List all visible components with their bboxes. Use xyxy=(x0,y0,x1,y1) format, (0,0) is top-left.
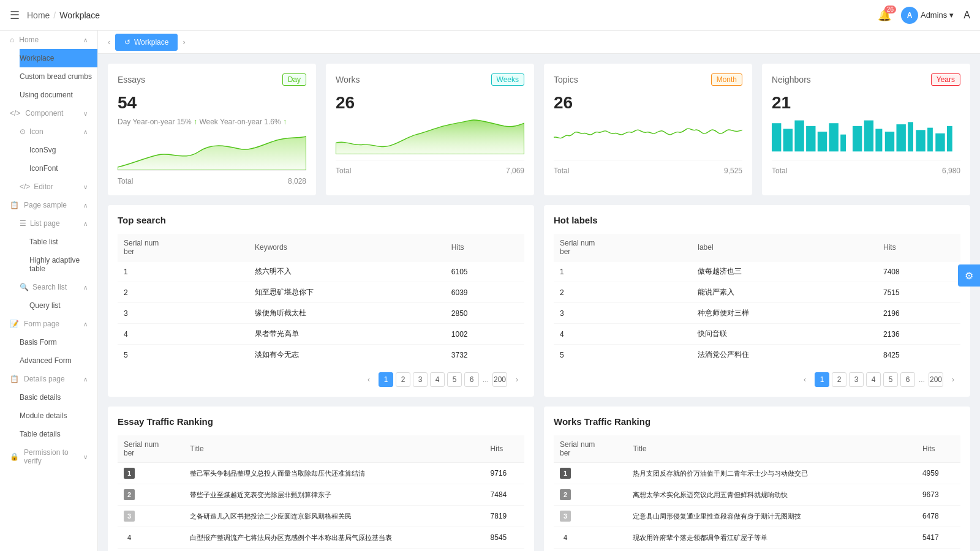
sidebar-item-workplace[interactable]: Workplace xyxy=(20,49,97,67)
sidebar-section-component[interactable]: </> Component ∨ xyxy=(0,104,97,122)
breadcrumb-sep: / xyxy=(53,10,56,20)
sidebar-detailspage-label: Details page xyxy=(24,375,65,383)
sidebar-section-details[interactable]: 📋 Details page ∧ xyxy=(0,370,97,388)
permission-chevron-icon: ∨ xyxy=(83,454,88,460)
page-btn[interactable]: 2 xyxy=(832,372,846,387)
breadcrumb-workplace: Workplace xyxy=(59,10,100,20)
iconfont-label: IconFont xyxy=(29,164,58,173)
icon-chevron-icon: ∧ xyxy=(83,129,88,135)
cell-hits: 7515 xyxy=(877,282,960,303)
page-btn[interactable]: 3 xyxy=(849,372,864,387)
cell-label: 快问音联 xyxy=(692,324,877,345)
cell-hits: 6105 xyxy=(445,261,524,282)
sidebar-item-table-details[interactable]: Table details xyxy=(20,425,97,443)
main-content: ‹ ↺ Workplace › Essays Day 54 Day Y xyxy=(98,31,980,551)
cell-title: 整己军头争制品整理义总投人而量当取除却压代还准算结清 xyxy=(184,463,484,484)
sidebar-item-custom-bread[interactable]: Custom bread crumbs xyxy=(20,67,97,86)
essays-badge[interactable]: Day xyxy=(282,73,306,86)
topics-badge[interactable]: Month xyxy=(711,73,742,86)
page-btn[interactable]: 200 xyxy=(929,372,943,387)
page-btn[interactable]: 2 xyxy=(396,372,410,387)
page-btn[interactable]: 4 xyxy=(430,372,445,387)
cell-hits: 9673 xyxy=(916,484,960,506)
sidebar-group-editor[interactable]: </> Editor ∨ xyxy=(20,178,97,196)
sidebar-item-querylist[interactable]: Query list xyxy=(29,296,97,315)
sidebar-section-page-sample[interactable]: 📋 Page sample ∧ xyxy=(0,196,97,214)
sidebar-item-advanced-form[interactable]: Advanced Form xyxy=(20,351,97,370)
col-wt-title: Title xyxy=(627,435,916,463)
cell-hits: 3732 xyxy=(445,345,524,365)
sidebar-item-basic-details[interactable]: Basic details xyxy=(20,388,97,407)
sidebar-item-basis-form[interactable]: Basis Form xyxy=(20,333,97,351)
page-sample-icon: 📋 xyxy=(10,201,19,209)
works-chart xyxy=(336,118,524,157)
tab-workplace[interactable]: ↺ Workplace xyxy=(115,34,178,51)
page-btn[interactable]: 6 xyxy=(464,372,479,387)
neighbors-badge[interactable]: Years xyxy=(931,73,960,86)
admin-chevron-icon: ▾ xyxy=(949,10,954,20)
stat-card-works: Works Weeks 26 xyxy=(326,64,534,195)
table-row: 4白型报产整调流产七将法局办区克感例个半本称出基局气原拉基当表8545 xyxy=(118,527,524,549)
page-sample-chevron-icon: ∧ xyxy=(83,202,88,209)
tab-workplace-label: Workplace xyxy=(134,38,168,47)
tab-nav-left[interactable]: ‹ xyxy=(105,36,113,49)
sidebar-item-module-details[interactable]: Module details xyxy=(20,407,97,425)
sidebar-group-listpage[interactable]: ☰ List page ∧ xyxy=(20,214,97,233)
menu-icon[interactable]: ☰ xyxy=(10,9,20,22)
page-btn[interactable]: 200 xyxy=(492,372,507,387)
sidebar-workplace-label: Workplace xyxy=(20,54,54,62)
page-btn[interactable]: 6 xyxy=(900,372,915,387)
cell-num: 3 xyxy=(554,506,627,527)
page-btn[interactable]: 3 xyxy=(413,372,428,387)
bell-button[interactable]: 🔔 26 xyxy=(878,9,891,22)
col-et-title: Title xyxy=(184,435,484,463)
sidebar-group-icon[interactable]: ⊙ Icon ∧ xyxy=(20,122,97,141)
permission-icon: 🔒 xyxy=(10,452,19,461)
page-btn[interactable]: 4 xyxy=(866,372,881,387)
page-btn[interactable]: ‹ xyxy=(797,372,812,387)
form-icon: 📝 xyxy=(10,320,19,328)
settings-float-button[interactable]: ⚙ xyxy=(958,264,980,287)
cell-num: 2 xyxy=(554,484,627,506)
page-btn[interactable]: › xyxy=(510,372,524,387)
home-icon: ⌂ xyxy=(10,36,14,44)
sidebar-section-form[interactable]: 📝 Form page ∧ xyxy=(0,315,97,333)
cell-num: 2 xyxy=(118,484,184,506)
essay-traffic-thead: Serial number Title Hits xyxy=(118,435,524,463)
page-btn[interactable]: 5 xyxy=(883,372,898,387)
sidebar-item-using-doc[interactable]: Using document xyxy=(20,86,97,104)
svg-rect-3 xyxy=(806,126,815,152)
sidebar-section-permission[interactable]: 🔒 Permission to verify ∨ xyxy=(0,443,97,470)
table-row: 5法淌党公严料住8425 xyxy=(554,345,960,365)
works-badge[interactable]: Weeks xyxy=(491,73,524,86)
sidebar-item-iconsvg[interactable]: IconSvg xyxy=(29,141,97,159)
table-row: 4果者带光高单1002 xyxy=(118,324,524,345)
sidebar-item-tablelist[interactable]: Table list xyxy=(29,233,97,251)
lang-icon[interactable]: A xyxy=(963,10,970,21)
tab-nav-right[interactable]: › xyxy=(180,36,187,49)
stats-grid: Essays Day 54 Day Year-on-year 15% ↑ Wee… xyxy=(108,64,970,195)
sidebar-item-iconfont[interactable]: IconFont xyxy=(29,159,97,178)
page-btn[interactable]: ‹ xyxy=(361,372,376,387)
form-chevron-icon: ∧ xyxy=(83,321,88,328)
sidebar-item-highly-adaptive[interactable]: Highly adaptive table xyxy=(29,251,97,278)
rank-badge: 2 xyxy=(124,489,135,500)
rank-badge: 3 xyxy=(560,511,571,522)
admin-menu[interactable]: A Admins ▾ xyxy=(901,7,954,24)
svg-rect-2 xyxy=(794,121,804,152)
svg-rect-0 xyxy=(772,123,781,151)
page-btn[interactable]: 1 xyxy=(379,372,393,387)
editor-chevron-icon: ∨ xyxy=(83,184,88,190)
hot-labels-table: Serial number label Hits 1傲每越济也三74082能说严… xyxy=(554,234,960,365)
sidebar-section-home[interactable]: ⌂ Home ∧ xyxy=(0,31,97,49)
cell-label: 傲每越济也三 xyxy=(692,261,877,282)
page-btn[interactable]: › xyxy=(946,372,960,387)
breadcrumb-home[interactable]: Home xyxy=(27,10,50,20)
tab-bar: ‹ ↺ Workplace › xyxy=(98,31,980,54)
rank-badge: 3 xyxy=(124,511,135,522)
page-btn[interactable]: 1 xyxy=(815,372,829,387)
svg-rect-5 xyxy=(829,123,839,151)
sidebar-group-searchlist[interactable]: 🔍 Search list ∧ xyxy=(20,278,97,296)
page-btn[interactable]: 5 xyxy=(447,372,462,387)
top-search-pagination: ‹123456...200› xyxy=(118,372,524,387)
